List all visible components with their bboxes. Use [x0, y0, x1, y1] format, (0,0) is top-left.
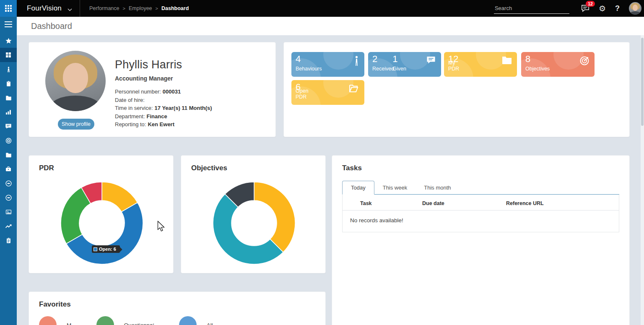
- employee-job-title: Accounting Manager: [115, 75, 266, 82]
- profile-card: Show profile Phyllis Harris Accounting M…: [29, 42, 276, 137]
- favorite-label: Questionnai...: [124, 322, 159, 325]
- avatar-art: [63, 63, 88, 93]
- tab-this-month[interactable]: This month: [415, 181, 459, 194]
- stat-number: 4: [296, 54, 301, 65]
- sidebar-item-employee[interactable]: [0, 62, 17, 76]
- favorite-item[interactable]: Questionnai...: [96, 316, 159, 325]
- open-folder-icon: [349, 84, 359, 94]
- sidebar-item-positions[interactable]: [0, 162, 17, 176]
- stat-label: My PDR: [448, 60, 459, 72]
- sidebar-item-documents[interactable]: [0, 91, 17, 105]
- profile-field: Reporting to:Ken Ewert: [115, 120, 266, 129]
- search-input[interactable]: [494, 3, 569, 14]
- sidebar-item-dashboard[interactable]: [0, 48, 17, 62]
- bar-chart-icon: [5, 109, 12, 115]
- stat-number: 1: [392, 54, 397, 65]
- page-title: Dashboard: [31, 21, 72, 31]
- breadcrumb-performance[interactable]: Performance: [89, 5, 119, 11]
- sidebar-item-trends[interactable]: [0, 219, 17, 233]
- chart-tooltip: Open: 6: [92, 245, 120, 253]
- sidebar-item-favorites[interactable]: [0, 34, 17, 48]
- stat-card-behaviours[interactable]: 4 Behaviours: [291, 52, 364, 77]
- briefcase-icon: [5, 166, 12, 172]
- stat-label: Received: [372, 66, 394, 72]
- profile-field: Personnel number:000031: [115, 88, 266, 96]
- avatar-art: [630, 11, 640, 15]
- folder-icon: [5, 95, 12, 101]
- image-icon: [5, 209, 12, 215]
- favorite-circle-icon: [96, 316, 114, 325]
- sidebar-item-tasks[interactable]: [0, 233, 17, 247]
- brand-chevron-down-icon[interactable]: [68, 5, 72, 13]
- scrollbar-thumb[interactable]: [641, 38, 644, 126]
- sidebar-item-performance[interactable]: [0, 105, 17, 119]
- help-button[interactable]: ?: [615, 4, 620, 13]
- person-icon: [5, 66, 12, 73]
- pdr-chart-title: PDR: [39, 164, 54, 172]
- stat-label: Given: [392, 66, 406, 72]
- tasks-table-header: Task Due date Reference URL: [343, 195, 619, 211]
- target-icon: [5, 137, 12, 144]
- sidebar-item-pdr[interactable]: [0, 148, 17, 162]
- show-profile-button[interactable]: Show profile: [58, 119, 94, 130]
- profile-fields: Personnel number:000031 Date of hire: Ti…: [115, 88, 266, 129]
- breadcrumb-dashboard: Dashboard: [161, 5, 189, 11]
- avatar-art: [50, 96, 101, 111]
- feedback-circle-icon: [5, 180, 12, 187]
- column-task: Task: [360, 200, 422, 206]
- objectives-chart-title: Objectives: [191, 164, 227, 172]
- favorite-item[interactable]: All...: [179, 316, 218, 325]
- left-nav-sidebar: [0, 17, 17, 325]
- favorites-panel: Favorites M... Questionnai... All...: [29, 291, 326, 325]
- star-icon: [5, 37, 12, 44]
- stat-label: Behaviours: [296, 66, 322, 72]
- waffle-icon: [5, 5, 12, 12]
- stat-card-open-pdr[interactable]: 6 Open PDR: [291, 80, 364, 105]
- breadcrumb-separator: >: [123, 6, 125, 11]
- favorite-circle-icon: [179, 316, 197, 325]
- search-box: [494, 3, 569, 14]
- employee-name: Phyllis Harris: [115, 58, 266, 71]
- gear-icon: ⚙: [599, 5, 606, 13]
- user-avatar[interactable]: [629, 2, 641, 15]
- tab-today[interactable]: Today: [342, 181, 374, 195]
- stat-card-my-pdr[interactable]: 12 My PDR: [444, 52, 517, 77]
- profile-field: Time in service:17 Year(s) 11 Month(s): [115, 104, 266, 112]
- stat-card-feedback[interactable]: 2 Received 1 Given: [368, 52, 441, 77]
- sidebar-item-reviews[interactable]: [0, 76, 17, 91]
- breadcrumb-employee[interactable]: Employee: [129, 5, 152, 11]
- breadcrumb-separator: >: [156, 6, 158, 11]
- column-reference-url: Reference URL: [506, 200, 544, 206]
- topbar-actions: 12 ⚙ ?: [494, 2, 644, 15]
- sidebar-item-feedback[interactable]: [0, 119, 17, 133]
- objectives-donut-chart[interactable]: [212, 181, 296, 265]
- brand-title: FourVision: [27, 4, 62, 13]
- favorite-item[interactable]: M...: [39, 316, 76, 325]
- app-window: FourVision Performance > Employee > Dash…: [0, 0, 644, 325]
- sidebar-item-feedback360[interactable]: [0, 176, 17, 190]
- favorite-circle-icon: [39, 316, 57, 325]
- stat-card-objectives[interactable]: 8 Objectives: [521, 52, 595, 77]
- tab-this-week[interactable]: This week: [374, 181, 416, 194]
- chat-bubble-icon: [426, 56, 436, 66]
- profile-photo: [45, 51, 106, 111]
- stat-label: Objectives: [525, 66, 550, 72]
- sidebar-item-objectives[interactable]: [0, 133, 17, 148]
- app-launcher-button[interactable]: [0, 0, 17, 17]
- sidebar-item-gallery[interactable]: [0, 205, 17, 219]
- tasks-tabstrip: Today This week This month: [342, 181, 619, 195]
- favorites-list: M... Questionnai... All...: [39, 316, 238, 325]
- hamburger-icon: [5, 21, 12, 27]
- feedback-circle2-icon: [5, 194, 12, 201]
- tooltip-swatch: [93, 247, 97, 251]
- chat-icon: [5, 123, 12, 130]
- sidebar-menu-toggle[interactable]: [0, 17, 17, 32]
- tasks-title: Tasks: [342, 164, 362, 172]
- stat-label: Open PDR: [296, 88, 309, 100]
- settings-button[interactable]: ⚙: [599, 5, 606, 13]
- sidebar-item-feedback-given[interactable]: [0, 190, 17, 205]
- mouse-cursor: [157, 221, 165, 232]
- folder-icon: [502, 56, 512, 66]
- feedback-button[interactable]: 12: [581, 5, 589, 12]
- objectives-chart-card: Objectives: [181, 155, 326, 273]
